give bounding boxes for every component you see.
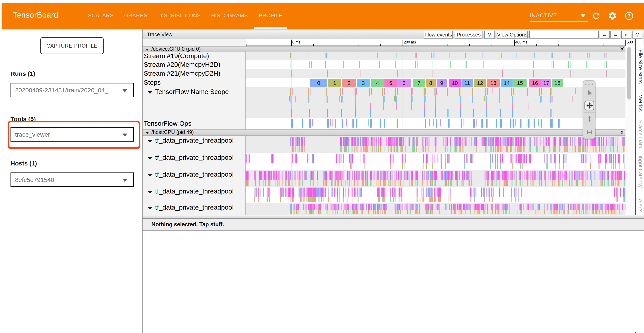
svg-text:10: 10 <box>452 80 458 86</box>
svg-text:17: 17 <box>543 80 549 86</box>
svg-text:2: 2 <box>348 80 350 86</box>
svg-text:3: 3 <box>362 80 365 86</box>
svg-text:15: 15 <box>517 80 523 86</box>
svg-text:5: 5 <box>389 80 392 86</box>
svg-text:8: 8 <box>429 80 432 86</box>
svg-text:600: 600 <box>627 40 633 44</box>
svg-text:0: 0 <box>317 80 320 86</box>
svg-text:4: 4 <box>376 80 379 86</box>
svg-text:11: 11 <box>464 80 470 86</box>
svg-text:13: 13 <box>490 80 496 86</box>
svg-text:9: 9 <box>440 80 443 86</box>
svg-text:0 ms: 0 ms <box>292 40 300 44</box>
svg-text:?: ? <box>628 13 631 19</box>
svg-text:14: 14 <box>504 80 510 86</box>
svg-text:200 ms: 200 ms <box>404 40 416 44</box>
svg-text:18: 18 <box>554 80 560 86</box>
svg-text:1: 1 <box>333 80 336 86</box>
svg-text:6: 6 <box>402 80 406 86</box>
svg-text:12: 12 <box>477 80 483 86</box>
svg-text:7: 7 <box>418 80 420 86</box>
svg-text:400 ms: 400 ms <box>515 40 528 44</box>
svg-text:16: 16 <box>532 80 538 86</box>
